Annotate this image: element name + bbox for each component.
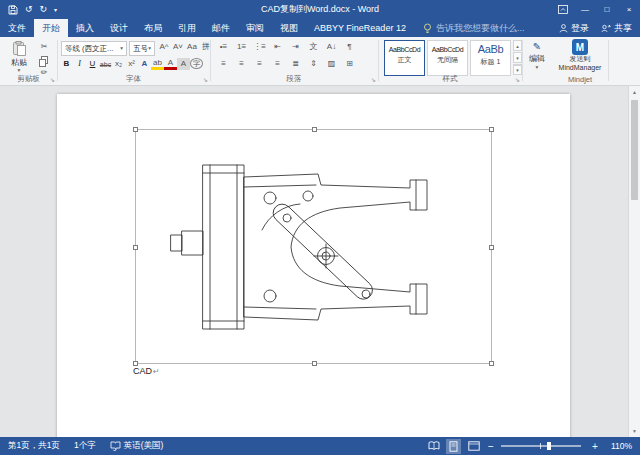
- tab-design[interactable]: 设计: [102, 19, 136, 37]
- send-to-mindmanager-button[interactable]: M 发送到 MindManager: [555, 39, 605, 73]
- vertical-scrollbar[interactable]: ▲ ▼: [628, 86, 640, 437]
- justify-button[interactable]: ≡: [269, 58, 286, 70]
- increase-indent-button[interactable]: ⇥: [287, 41, 304, 53]
- tab-home[interactable]: 开始: [34, 19, 68, 37]
- superscript-button[interactable]: x²: [125, 58, 138, 70]
- sign-in-button[interactable]: 登录: [559, 19, 589, 37]
- asian-layout-button[interactable]: 文: [305, 41, 322, 53]
- decrease-indent-button[interactable]: ⇤: [269, 41, 286, 53]
- font-name-dropdown-icon[interactable]: ▾: [120, 46, 123, 52]
- qat-customize-icon[interactable]: ▾: [54, 7, 57, 13]
- line-spacing-button[interactable]: ⇕: [305, 58, 322, 70]
- tab-insert[interactable]: 插入: [68, 19, 102, 37]
- scroll-down-icon[interactable]: ▼: [629, 425, 640, 437]
- cut-button[interactable]: ✂: [37, 41, 51, 53]
- style-heading-1[interactable]: AaBb 标题 1: [470, 40, 511, 76]
- sort-button[interactable]: A↓: [323, 41, 340, 53]
- selected-image[interactable]: [135, 129, 492, 364]
- tab-file[interactable]: 文件: [0, 19, 34, 37]
- zoom-slider-thumb[interactable]: [547, 442, 551, 450]
- resize-handle-s[interactable]: [312, 361, 317, 366]
- font-name-combo[interactable]: 等线 (西文正... ▾: [61, 41, 127, 56]
- strikethrough-button[interactable]: abc: [99, 58, 112, 70]
- font-size-combo[interactable]: 五号 ▾: [129, 41, 155, 56]
- font-color-button[interactable]: A: [164, 58, 177, 70]
- zoom-level[interactable]: 110%: [606, 441, 632, 451]
- align-right-button[interactable]: ≡: [251, 58, 268, 70]
- shading-button[interactable]: ▨: [323, 58, 340, 70]
- shrink-font-button[interactable]: A˅: [171, 41, 185, 53]
- scroll-up-icon[interactable]: ▲: [629, 86, 640, 98]
- style-normal[interactable]: AaBbCcDd 正文: [384, 40, 425, 76]
- language-indicator[interactable]: 英语(美国): [124, 440, 164, 452]
- subscript-button[interactable]: x₂: [112, 58, 125, 70]
- tab-layout[interactable]: 布局: [136, 19, 170, 37]
- clipboard-group: 粘贴 ▾ ✂ ✏ 剪贴板 ⇘: [0, 37, 57, 85]
- font-dialog-launcher-icon[interactable]: ⇘: [203, 77, 208, 83]
- grow-font-button[interactable]: A^: [157, 41, 171, 53]
- text-effects-button[interactable]: A: [138, 58, 151, 70]
- tab-abbyy-finereader[interactable]: ABBYY FineReader 12: [306, 19, 414, 37]
- paragraph-dialog-launcher-icon[interactable]: ⇘: [371, 77, 376, 83]
- resize-handle-ne[interactable]: [489, 127, 494, 132]
- resize-handle-n[interactable]: [312, 127, 317, 132]
- multilevel-list-button[interactable]: ⋮≡: [251, 41, 268, 53]
- bold-button[interactable]: B: [60, 58, 73, 70]
- share-icon: [601, 24, 611, 33]
- zoom-in-button[interactable]: +: [589, 441, 601, 452]
- styles-dialog-launcher-icon[interactable]: ⇘: [515, 77, 520, 83]
- scrollbar-thumb[interactable]: [631, 100, 638, 200]
- change-case-button[interactable]: Aa: [185, 41, 199, 53]
- clipboard-dialog-launcher-icon[interactable]: ⇘: [50, 77, 55, 83]
- redo-icon[interactable]: ↻: [40, 5, 48, 14]
- enclose-characters-button[interactable]: 字: [190, 58, 203, 69]
- paragraph-row-2: ≡ ≡ ≡ ≡ ≣ ⇕ ▨ ⊞: [215, 58, 358, 70]
- page-indicator[interactable]: 第1页，共1页: [8, 440, 60, 452]
- document-text[interactable]: CAD↵: [133, 366, 160, 376]
- text-highlight-button[interactable]: ab: [151, 58, 164, 70]
- bullets-button[interactable]: •≡: [215, 41, 232, 53]
- borders-button[interactable]: ⊞: [341, 58, 358, 70]
- character-shading-button[interactable]: A: [177, 58, 190, 70]
- minimize-button[interactable]: —: [574, 0, 596, 19]
- save-icon[interactable]: [8, 5, 18, 15]
- tab-references[interactable]: 引用: [170, 19, 204, 37]
- style-no-spacing[interactable]: AaBbCcDd 无间隔: [427, 40, 468, 76]
- show-formatting-marks-button[interactable]: ¶: [341, 41, 358, 53]
- copy-button[interactable]: [37, 54, 51, 66]
- resize-handle-nw[interactable]: [133, 127, 138, 132]
- undo-icon[interactable]: ↺: [25, 5, 33, 14]
- print-layout-icon[interactable]: [446, 439, 461, 454]
- zoom-out-button[interactable]: −: [485, 441, 497, 452]
- tell-me-box[interactable]: 告诉我您想要做什么...: [423, 19, 525, 37]
- resize-handle-se[interactable]: [489, 361, 494, 366]
- proofing-icon[interactable]: [110, 441, 121, 452]
- resize-handle-e[interactable]: [489, 245, 494, 250]
- mindmanager-group: M 发送到 MindManager Mindjet: [552, 37, 608, 85]
- font-size-dropdown-icon[interactable]: ▾: [148, 46, 151, 52]
- styles-scroll-up-icon[interactable]: ▴: [513, 40, 522, 51]
- maximize-button[interactable]: □: [596, 0, 618, 19]
- distribute-button[interactable]: ≣: [287, 58, 304, 70]
- styles-scroll-down-icon[interactable]: ▾: [513, 52, 522, 63]
- share-button[interactable]: 共享: [601, 19, 632, 37]
- web-layout-icon[interactable]: [466, 439, 481, 454]
- zoom-slider[interactable]: [501, 445, 581, 447]
- underline-button[interactable]: U: [86, 58, 99, 70]
- font-row-1: A^ A˅ Aa 拼: [157, 41, 213, 53]
- align-left-button[interactable]: ≡: [215, 58, 232, 70]
- align-center-button[interactable]: ≡: [233, 58, 250, 70]
- italic-button[interactable]: I: [73, 58, 86, 70]
- editing-button[interactable]: ✎ 编辑 ▾: [524, 42, 550, 71]
- tab-review[interactable]: 审阅: [238, 19, 272, 37]
- close-button[interactable]: ×: [618, 0, 640, 19]
- tab-view[interactable]: 视图: [272, 19, 306, 37]
- ribbon-display-options-icon[interactable]: [552, 0, 574, 19]
- numbering-button[interactable]: 1≡: [233, 41, 250, 53]
- word-count[interactable]: 1个字: [74, 440, 96, 452]
- tab-mailings[interactable]: 邮件: [204, 19, 238, 37]
- resize-handle-w[interactable]: [133, 245, 138, 250]
- person-icon: [559, 24, 568, 33]
- read-mode-icon[interactable]: [426, 439, 441, 454]
- document-page[interactable]: CAD↵: [57, 94, 570, 437]
